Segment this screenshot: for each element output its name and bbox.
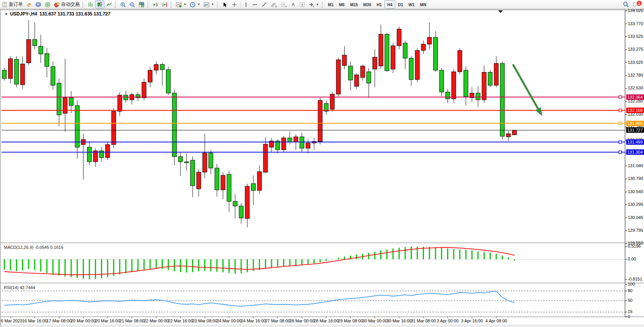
window-bottom-strip <box>0 324 644 327</box>
svg-text:T: T <box>301 3 303 7</box>
chevron-down-icon: ▼ <box>183 3 186 6</box>
chevron-down-icon: ▼ <box>211 3 214 6</box>
text-button[interactable]: A <box>289 0 297 9</box>
person-monitor-icon <box>35 2 41 8</box>
time-axis-label: 21 Mar 08:00 <box>120 318 145 323</box>
auto-trading-button[interactable]: 自动交易 <box>52 0 81 9</box>
shapes-button[interactable]: ▼ <box>307 0 321 9</box>
rsi-value: 42.7444 <box>20 285 35 290</box>
time-axis-label: 16 Mar 2023 <box>0 318 22 323</box>
time-axis-label: 3 Apr 16:00 <box>461 318 483 323</box>
templates-button[interactable]: ▼ <box>202 0 216 9</box>
time-axis-label: 31 Mar 08:00 <box>411 318 436 323</box>
new-order-button[interactable]: 新订单 <box>1 0 24 9</box>
text-label-button[interactable]: T <box>297 0 307 9</box>
collapse-triangle-icon: ▼ <box>5 12 8 16</box>
toolbar: 新订单 自动交易 <box>0 0 644 9</box>
time-axis-label: 23 Mar 08:00 <box>192 318 217 323</box>
time-axis-label: 17 Mar 08:00 <box>46 318 72 323</box>
crosshair-icon <box>231 2 237 8</box>
shapes-arrow-icon <box>308 2 314 8</box>
rsi-axis-tick: 15 <box>628 309 632 314</box>
price-line-label[interactable]: 131.860 <box>626 121 644 126</box>
time-axis-label: 24 Mar 16:00 <box>241 318 266 323</box>
zoom-in-icon <box>120 2 126 8</box>
svg-text:F: F <box>285 5 287 8</box>
timeframe-M30[interactable]: M30 <box>360 0 374 9</box>
zoom-out-icon <box>129 2 135 8</box>
timeframe-W1[interactable]: W1 <box>406 0 417 9</box>
crosshair-button[interactable] <box>230 0 239 9</box>
timeframe-D1[interactable]: D1 <box>395 0 406 9</box>
indicators-button[interactable]: ▼ <box>174 0 188 9</box>
line-chart-button[interactable] <box>104 0 114 9</box>
auto-trading-icon <box>54 2 60 8</box>
time-axis-label: 4 Apr 08:00 <box>485 318 507 323</box>
timeframe-MN[interactable]: MN <box>417 0 429 9</box>
notifications-button[interactable]: 1 <box>631 0 641 9</box>
macd-values: -0.0545 0.1616 <box>34 245 63 250</box>
zoom-out-button[interactable] <box>128 0 137 9</box>
horizontal-line-icon <box>252 2 258 8</box>
timeframe-H4[interactable]: H4 <box>384 0 395 9</box>
channel-button[interactable]: E <box>269 0 279 9</box>
equidistant-channel-icon: E <box>270 2 277 8</box>
svg-text:A: A <box>292 2 295 7</box>
macd-axis-tick: 0.5196 <box>628 244 641 248</box>
candles-chart-button[interactable] <box>95 0 104 9</box>
time-axis-label: 29 Mar 08:00 <box>338 318 363 323</box>
mt4-window: 新订单 自动交易 <box>0 0 644 327</box>
bars-chart-button[interactable] <box>86 0 95 9</box>
periods-button[interactable]: ▼ <box>188 0 202 9</box>
indicators-icon <box>176 2 182 8</box>
macd-indicator-label: MACD(12,26,9) -0.0545 0.1616 <box>4 245 63 250</box>
candles-chart-icon <box>97 2 103 8</box>
price-axis-tick: 130.295 <box>628 202 643 207</box>
price-line-label[interactable]: 131.304 <box>626 149 644 155</box>
line-chart-icon <box>106 2 112 8</box>
auto-scroll-button[interactable] <box>151 0 160 9</box>
price-axis-tick: 129.795 <box>628 228 643 233</box>
timeframe-M1[interactable]: M1 <box>325 0 337 9</box>
signals-button[interactable] <box>43 0 52 9</box>
price-axis-tick: 132.530 <box>628 86 643 90</box>
zoom-in-button[interactable] <box>118 0 128 9</box>
timeframe-M5[interactable]: M5 <box>336 0 347 9</box>
timeframe-M15[interactable]: M15 <box>347 0 360 9</box>
time-axis-label: 30 Mar 16:00 <box>386 318 412 323</box>
price-axis-tick: 133.275 <box>628 47 643 51</box>
chart-title: ▼ USDJPY-,H4 131.637 131.733 131.635 131… <box>5 11 110 17</box>
tile-windows-icon <box>138 2 145 8</box>
cursor-button[interactable] <box>220 0 230 9</box>
macd-axis-tick: -0.8151 <box>628 277 642 281</box>
price-line-label[interactable]: 132.364 <box>626 94 644 100</box>
rsi-axis-tick: 50 <box>628 298 632 303</box>
time-axis-label: 3 Apr 00:00 <box>437 318 458 323</box>
chart-canvas[interactable] <box>0 0 644 327</box>
price-line-label[interactable]: 131.499 <box>626 139 644 145</box>
vertical-line-button[interactable] <box>242 0 250 9</box>
horizontal-line-button[interactable] <box>250 0 260 9</box>
fibonacci-button[interactable]: F <box>279 0 289 9</box>
community-button[interactable] <box>34 0 43 9</box>
time-axis-label: 20 Mar 00:00 <box>71 318 96 323</box>
price-line-label[interactable]: 132.108 <box>626 108 644 113</box>
search-button[interactable] <box>621 0 631 9</box>
toolbar-grip <box>171 2 172 8</box>
cursor-arrow-icon <box>222 2 228 8</box>
timeframe-bar: M1M5M15M30H1H4D1W1MN <box>325 0 429 9</box>
tile-windows-button[interactable] <box>137 0 146 9</box>
time-axis-label: 28 Mar 16:00 <box>314 318 339 323</box>
rsi-indicator-label: RSI(14) 42.7444 <box>4 285 35 290</box>
rsi-axis-tick: 100 <box>628 282 635 286</box>
timeframe-H1[interactable]: H1 <box>374 0 384 9</box>
current-price-label: 131.727 <box>626 127 644 133</box>
macd-name: MACD(12,26,9) <box>4 245 33 250</box>
trendline-button[interactable] <box>260 0 269 9</box>
gold-widget-button[interactable] <box>24 0 34 9</box>
chart-shift-button[interactable] <box>160 0 169 9</box>
toolbar-grip <box>115 2 116 8</box>
auto-trading-label: 自动交易 <box>61 1 80 8</box>
chart-shift-icon <box>162 2 168 8</box>
time-axis-label: 20 Mar 16:00 <box>95 318 120 323</box>
